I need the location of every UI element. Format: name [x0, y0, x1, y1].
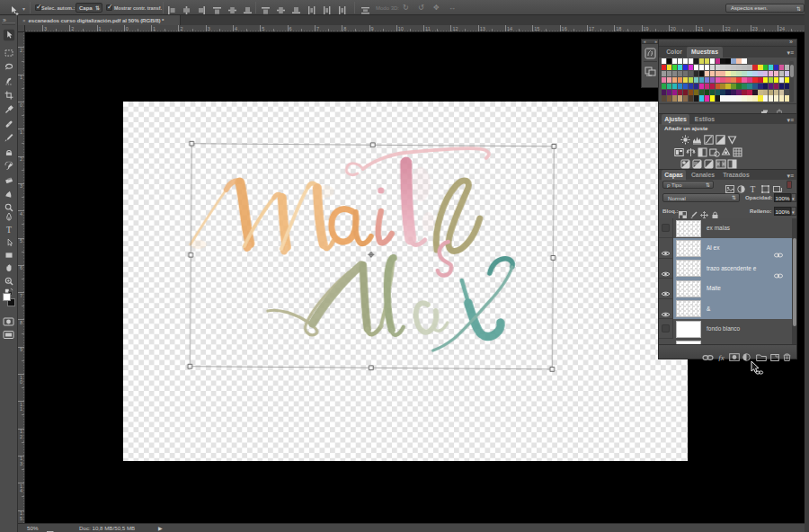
svg-text:T: T [751, 185, 756, 193]
svg-text:T: T [6, 225, 12, 235]
svg-text:fx: fx [718, 353, 725, 361]
